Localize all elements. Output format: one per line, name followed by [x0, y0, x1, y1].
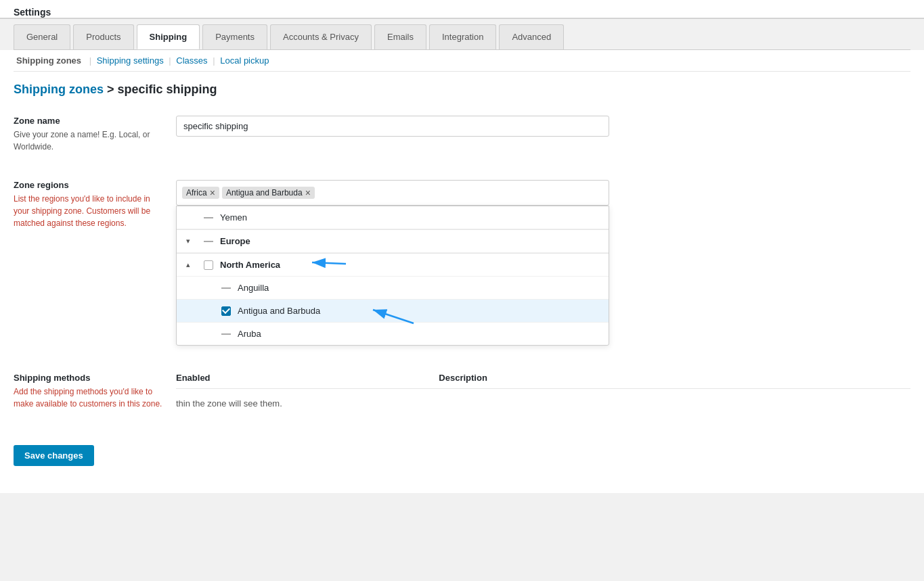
- zone-regions-input-cell: Africa × Antigua and Barbuda ×: [176, 166, 910, 359]
- tag-africa-remove[interactable]: ×: [210, 188, 215, 197]
- methods-empty-text: thin the zone will see them.: [176, 389, 910, 418]
- zone-regions-row: Zone regions List the regions you'd like…: [14, 166, 910, 359]
- shipping-methods-description: Add the shipping methods you'd like to m…: [14, 386, 162, 410]
- label-anguilla: Anguilla: [238, 283, 269, 293]
- dropdown-item-north-america[interactable]: ▴ North America: [177, 254, 609, 277]
- tab-payments[interactable]: Payments: [202, 24, 267, 49]
- dropdown-item-europe[interactable]: ▾ Europe: [177, 230, 609, 253]
- breadcrumb: Shipping zones > specific shipping: [14, 72, 910, 102]
- label-europe: Europe: [220, 236, 250, 246]
- breadcrumb-separator: >: [107, 83, 118, 96]
- dash-aruba: [221, 333, 231, 335]
- tabs: General Products Shipping Payments Accou…: [14, 19, 910, 50]
- dropdown-container: Africa × Antigua and Barbuda ×: [176, 180, 609, 346]
- sub-nav-sep3: |: [213, 55, 217, 66]
- dropdown-list: ▶ Yemen ▾: [176, 206, 609, 346]
- sub-nav-shipping-settings[interactable]: Shipping settings: [97, 55, 164, 66]
- tab-integration[interactable]: Integration: [429, 24, 496, 49]
- shipping-methods-label: Shipping methods: [14, 373, 162, 383]
- form-table: Zone name Give your zone a name! E.g. Lo…: [14, 102, 910, 432]
- tab-accounts-privacy[interactable]: Accounts & Privacy: [270, 24, 372, 49]
- page-wrapper: Settings General Products Shipping Payme…: [0, 0, 924, 493]
- tab-general[interactable]: General: [14, 24, 70, 49]
- zone-regions-label: Zone regions: [14, 180, 162, 190]
- tag-antigua-remove[interactable]: ×: [305, 188, 311, 197]
- tag-antigua-barbuda: Antigua and Barbuda ×: [222, 187, 315, 199]
- zone-name-row: Zone name Give your zone a name! E.g. Lo…: [14, 102, 910, 166]
- sub-nav: Shipping zones | Shipping settings | Cla…: [14, 50, 910, 72]
- dropdown-item-aruba[interactable]: ▶ Aruba: [177, 323, 609, 345]
- col-enabled: Enabled: [176, 373, 412, 383]
- tag-africa: Africa ×: [182, 187, 219, 199]
- chevron-north-america[interactable]: ▴: [186, 260, 197, 269]
- zone-name-input[interactable]: [176, 116, 609, 137]
- sub-nav-sep2: |: [169, 55, 173, 66]
- tab-emails[interactable]: Emails: [374, 24, 426, 49]
- dash-europe: [204, 241, 213, 242]
- dropdown-item-antigua[interactable]: ▶ Antigua and Barbuda: [177, 300, 609, 323]
- sub-nav-classes[interactable]: Classes: [176, 55, 207, 66]
- dash-anguilla: [221, 287, 231, 289]
- zone-name-input-cell: [176, 102, 910, 166]
- tag-antigua-label: Antigua and Barbuda: [226, 188, 303, 197]
- arrow-north-america: [299, 250, 353, 277]
- page-title: Settings: [14, 0, 910, 18]
- white-area: Shipping zones | Shipping settings | Cla…: [0, 50, 924, 493]
- dash-yemen: [204, 217, 213, 218]
- tag-africa-label: Africa: [186, 188, 207, 197]
- chevron-europe[interactable]: ▾: [186, 237, 197, 246]
- sub-nav-sep1: |: [89, 55, 94, 66]
- checkbox-north-america[interactable]: [204, 260, 213, 270]
- zone-name-description: Give your zone a name! E.g. Local, or Wo…: [14, 129, 162, 153]
- methods-columns: Enabled Description: [176, 373, 910, 389]
- tabs-container: General Products Shipping Payments Accou…: [0, 19, 924, 50]
- shipping-methods-row: Shipping methods Add the shipping method…: [14, 359, 910, 432]
- tags-input[interactable]: Africa × Antigua and Barbuda ×: [176, 180, 609, 206]
- content-area: General Products Shipping Payments Accou…: [0, 19, 924, 493]
- tab-advanced[interactable]: Advanced: [499, 24, 564, 49]
- tab-shipping[interactable]: Shipping: [137, 24, 200, 49]
- sub-nav-label: Shipping zones: [16, 55, 81, 66]
- save-button[interactable]: Save changes: [14, 445, 94, 466]
- zone-name-label-cell: Zone name Give your zone a name! E.g. Lo…: [14, 102, 176, 166]
- top-bar: Settings: [0, 0, 924, 18]
- label-antigua: Antigua and Barbuda: [238, 306, 320, 316]
- breadcrumb-link[interactable]: Shipping zones: [14, 83, 104, 96]
- sub-nav-local-pickup[interactable]: Local pickup: [220, 55, 269, 66]
- shipping-methods-content-cell: Enabled Description thin the zone will s…: [176, 359, 910, 432]
- shipping-methods-label-cell: Shipping methods Add the shipping method…: [14, 359, 176, 432]
- label-north-america: North America: [220, 260, 280, 270]
- dropdown-item-yemen[interactable]: ▶ Yemen: [177, 206, 609, 229]
- zone-regions-description: List the regions you'd like to include i…: [14, 193, 162, 229]
- checkbox-antigua[interactable]: [221, 306, 231, 316]
- breadcrumb-current: specific shipping: [118, 83, 217, 96]
- tab-products[interactable]: Products: [73, 24, 133, 49]
- label-aruba: Aruba: [238, 329, 261, 339]
- dropdown-item-anguilla[interactable]: ▶ Anguilla: [177, 277, 609, 300]
- label-yemen: Yemen: [220, 212, 247, 223]
- zone-name-label: Zone name: [14, 116, 162, 126]
- col-description: Description: [439, 373, 910, 383]
- zone-regions-label-cell: Zone regions List the regions you'd like…: [14, 166, 176, 359]
